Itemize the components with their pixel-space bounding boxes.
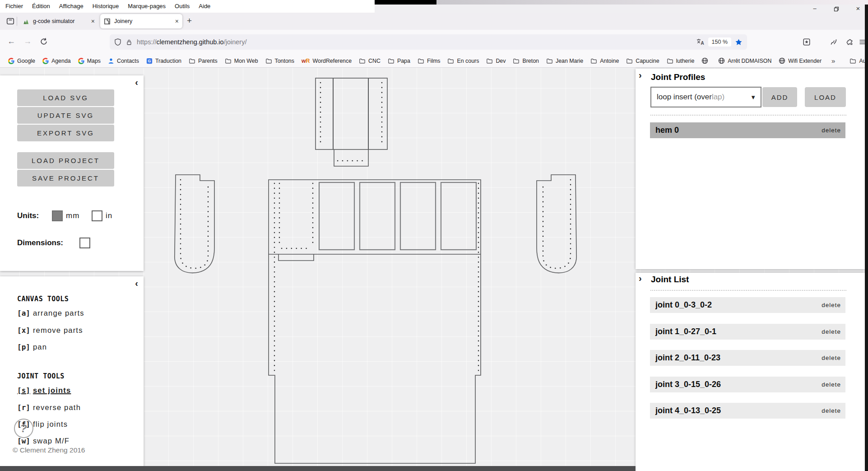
bookmark-papa[interactable]: Papa — [384, 56, 414, 65]
load-profile-button[interactable]: LOAD — [805, 87, 846, 107]
bookmark-parents[interactable]: Parents — [185, 56, 221, 65]
tool-set-joints[interactable]: [s]set joints — [17, 386, 71, 395]
bookmark-wordreference[interactable]: wR WordReference — [298, 56, 355, 65]
back-button[interactable]: ← — [7, 37, 15, 46]
bookmark-mon-web[interactable]: Mon Web — [221, 56, 262, 65]
joint-row-3[interactable]: joint 3_0-15_0-26 delete — [650, 377, 845, 392]
collapse-joint-list-icon[interactable]: › — [639, 274, 642, 283]
joint-row-2[interactable]: joint 2_0-11_0-23 delete — [650, 350, 845, 366]
tool-reverse-path[interactable]: [r]reverse path — [17, 403, 81, 412]
pattern-outlines[interactable] — [175, 78, 576, 463]
bookmark-breton[interactable]: Breton — [509, 56, 543, 65]
bookmark-capucine[interactable]: Capucine — [622, 56, 663, 65]
save-project-button[interactable]: SAVE PROJECT — [17, 170, 114, 187]
bookmark-cnc[interactable]: CNC — [355, 56, 384, 65]
export-svg-button[interactable]: EXPORT SVG — [17, 125, 114, 141]
units-mm-checkbox[interactable] — [52, 210, 63, 221]
folder-icon — [388, 58, 395, 64]
load-svg-button[interactable]: LOAD SVG — [17, 89, 114, 106]
reload-icon[interactable] — [40, 37, 48, 46]
svg-text:G: G — [148, 59, 151, 63]
folder-icon — [546, 58, 553, 64]
profile-row-hem0[interactable]: hem 0 delete — [650, 122, 845, 138]
delete-joint-button[interactable]: delete — [822, 354, 841, 361]
bookmarks-overflow-chevron[interactable]: » — [825, 57, 841, 65]
dimensions-label: Dimensions: — [17, 238, 63, 247]
person-icon — [108, 58, 114, 64]
url-text[interactable]: https://clementzheng.github.io/joinery/ — [137, 38, 246, 46]
bookmark-antoine[interactable]: Antoine — [587, 56, 622, 65]
units-in-checkbox[interactable] — [92, 210, 102, 221]
forward-button[interactable]: → — [23, 37, 32, 46]
units-mm-label: mm — [66, 211, 79, 220]
tool-arrange-parts[interactable]: [a]arrange parts — [17, 309, 84, 317]
restore-button[interactable] — [830, 5, 843, 13]
close-button[interactable]: × — [851, 5, 865, 13]
dimensions-checkbox[interactable] — [79, 238, 90, 248]
bookmark-films[interactable]: Films — [414, 56, 444, 65]
shield-icon[interactable] — [114, 38, 121, 46]
add-profile-button[interactable]: ADD — [762, 87, 797, 107]
menu-fichier[interactable]: Fichier — [1, 0, 28, 13]
bookmark-lutherie[interactable]: lutherie — [663, 56, 698, 65]
tab-joinery[interactable]: Joinery × — [100, 14, 182, 28]
delete-joint-button[interactable]: delete — [822, 407, 841, 414]
joint-profile-dropdown[interactable]: loop insert (overlap) ▼ — [650, 87, 761, 107]
menu-historique[interactable]: Historique — [88, 0, 124, 13]
bookmarks-bar: Google Agenda Maps Contacts G Traduction… — [0, 54, 868, 68]
folder-icon — [513, 58, 520, 64]
chevron-down-icon: ▼ — [750, 94, 756, 101]
load-project-button[interactable]: LOAD PROJECT — [17, 152, 114, 169]
lock-icon[interactable] — [126, 39, 132, 46]
collapse-tools-panel-icon[interactable]: ‹ — [135, 279, 138, 288]
menu-aide[interactable]: Aide — [194, 0, 215, 13]
url-bar[interactable]: https://clementzheng.github.io/joinery/ … — [110, 34, 747, 50]
joint-row-1[interactable]: joint 1_0-27_0-1 delete — [650, 324, 845, 340]
bookmark-globe[interactable] — [698, 56, 715, 65]
tab-close-icon[interactable]: × — [91, 18, 95, 25]
canvas-tools-title: CANVAS TOOLS — [17, 295, 69, 303]
new-tab-button[interactable]: + — [187, 16, 192, 26]
bookmark-agenda[interactable]: Agenda — [39, 56, 74, 65]
joint-tools-title: JOINT TOOLS — [17, 372, 65, 380]
collapse-left-panel-icon[interactable]: ‹ — [135, 78, 138, 87]
menu-affichage[interactable]: Affichage — [55, 0, 88, 13]
puzzle-icon[interactable] — [846, 38, 854, 46]
bookmark-en-cours[interactable]: En cours — [444, 56, 483, 65]
bookmark-contacts[interactable]: Contacts — [104, 56, 143, 65]
bookmark-google[interactable]: Google — [5, 56, 39, 65]
titlebar: Fichier Édition Affichage Historique Mar… — [0, 0, 868, 13]
bookmark-dev[interactable]: Dev — [483, 56, 509, 65]
update-svg-button[interactable]: UPDATE SVG — [17, 107, 114, 124]
pocket-rects[interactable] — [319, 182, 476, 250]
menu-marque-pages[interactable]: Marque-pages — [123, 0, 170, 13]
bookmark-traduction[interactable]: G Traduction — [143, 56, 185, 65]
extension-icon[interactable] — [830, 38, 838, 46]
zoom-level-badge[interactable]: 150 % — [708, 37, 731, 47]
tool-remove-parts[interactable]: [x]remove parts — [17, 326, 83, 335]
bottom-edge-strip — [0, 466, 636, 471]
joint-row-0[interactable]: joint 0_0-3_0-2 delete — [650, 297, 845, 313]
collapse-profiles-panel-icon[interactable]: › — [639, 70, 642, 79]
delete-joint-button[interactable]: delete — [822, 302, 841, 308]
bookmark-maps[interactable]: Maps — [74, 56, 104, 65]
joint-row-4[interactable]: joint 4_0-13_0-25 delete — [650, 403, 845, 419]
bookmark-arret-ddmaison[interactable]: Arrêt DDMAISON — [715, 56, 775, 65]
minimize-button[interactable]: – — [808, 5, 822, 13]
desktop-strip — [436, 0, 868, 5]
bookmark-star-icon[interactable] — [735, 38, 743, 46]
bookmark-jean-marie[interactable]: Jean Marie — [543, 56, 587, 65]
bookmark-wifi-extender[interactable]: Wifi Extender — [775, 56, 825, 65]
tab-gcode-simulator[interactable]: g-code simulator × — [20, 14, 97, 28]
tab-close-icon[interactable]: × — [175, 18, 179, 25]
library-icon[interactable] — [803, 38, 811, 46]
delete-joint-button[interactable]: delete — [822, 328, 841, 335]
translate-icon[interactable]: A — [696, 38, 705, 46]
menu-edition[interactable]: Édition — [28, 0, 55, 13]
bookmark-tontons[interactable]: Tontons — [262, 56, 298, 65]
delete-profile-button[interactable]: delete — [822, 127, 841, 134]
firefox-view-icon[interactable] — [6, 17, 14, 25]
tool-pan[interactable]: [p]pan — [17, 343, 47, 351]
delete-joint-button[interactable]: delete — [822, 381, 841, 388]
menu-outils[interactable]: Outils — [170, 0, 194, 13]
